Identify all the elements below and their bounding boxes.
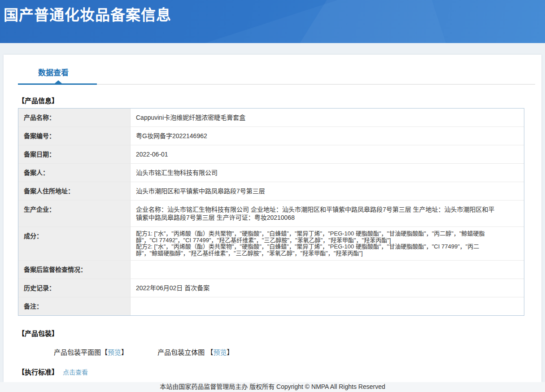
row-label: 备案人： — [18, 164, 131, 182]
page-title: 国产普通化妆品备案信息 — [0, 0, 545, 25]
standard-view-link[interactable]: 点击查看 — [63, 369, 88, 376]
row-value: 汕头市铭汇生物科技有限公司 — [131, 164, 524, 182]
packaging-flat-item: 产品包装平面图【预览】 — [54, 347, 128, 357]
table-row-registration-number: 备案编号： 粤G妆网备字2022146962 — [18, 127, 524, 145]
packaging-3d-label: 产品包装立体图 — [157, 348, 205, 356]
packaging-3d-preview-link[interactable]: 预览 — [213, 348, 227, 356]
bracket-open: 【 — [206, 348, 213, 356]
tab-data-view[interactable]: 数据查看 — [38, 66, 69, 78]
row-label: 备注： — [18, 297, 131, 315]
row-value: Cappuvini卡泡维妮纤翘浓密睫毛膏套盒 — [131, 109, 524, 126]
table-row-manufacturer: 生产企业： 企业名称：汕头市铭汇生物科技有限公司 企业地址：汕头市潮阳区和平镇紫… — [18, 200, 524, 227]
tab-active-indicator-icon — [55, 80, 62, 83]
page: 国产普通化妆品备案信息 数据查看 【产品信息】 产品名称： Cappuvini卡… — [0, 0, 545, 392]
bracket-open: 【 — [101, 348, 108, 356]
page-header: 国产普通化妆品备案信息 — [0, 0, 545, 43]
row-value: 粤G妆网备字2022146962 — [131, 127, 524, 145]
standard-section: 【执行标准】点击查看 — [18, 367, 541, 376]
row-label: 成分： — [18, 227, 131, 260]
table-row-history: 历史记录： 2022年06月02日 首次备案 — [18, 279, 524, 297]
product-info-table: 产品名称： Cappuvini卡泡维妮纤翘浓密睫毛膏套盒 备案编号： 粤G妆网备… — [18, 108, 524, 316]
footer-copyright-text: 本站由国家药品监督管理局主办 版权所有 Copyright © NMPA All… — [160, 383, 385, 390]
table-row-remarks: 备注： — [18, 297, 524, 315]
content-card: 数据查看 【产品信息】 产品名称： Cappuvini卡泡维妮纤翘浓密睫毛膏套盒… — [4, 55, 541, 382]
row-value — [131, 297, 524, 315]
tab-divider — [18, 83, 535, 85]
section-title-packaging: 【产品包装】 — [18, 328, 541, 338]
packaging-flat-preview-link[interactable]: 预览 — [108, 348, 121, 356]
row-value-ingredients: 配方1: ["水"，"丙烯酸（酯）类共聚物"，"硬脂酸"，"白蜂蜡"，"聚异丁烯… — [131, 227, 524, 260]
row-label: 生产企业： — [18, 200, 131, 226]
bracket-close: 】 — [227, 348, 233, 356]
row-label: 备案人住所地址： — [18, 182, 131, 200]
row-label: 备案日期： — [18, 145, 131, 163]
table-row-registrant: 备案人： 汕头市铭汇生物科技有限公司 — [18, 164, 524, 182]
formula-2: 配方2: ["水"，"丙烯酸（酯）类共聚物"，"硬脂酸"，"白蜂蜡"，"聚异丁烯… — [136, 244, 499, 257]
table-row-product-name: 产品名称： Cappuvini卡泡维妮纤翘浓密睫毛膏套盒 — [18, 109, 524, 127]
row-label: 产品名称： — [18, 109, 131, 126]
page-footer: 本站由国家药品监督管理局主办 版权所有 Copyright © NMPA All… — [0, 382, 545, 392]
packaging-3d-item: 产品包装立体图 【预览】 — [157, 347, 233, 357]
table-row-registrant-address: 备案人住所地址： 汕头市潮阳区和平镇紫中路凤皋路段7号第三层 — [18, 182, 524, 200]
table-row-registration-date: 备案日期： 2022-06-01 — [18, 145, 524, 164]
tab-active-underline — [18, 83, 97, 85]
row-value: 汕头市潮阳区和平镇紫中路凤皋路段7号第三层 — [131, 182, 524, 200]
section-title-standard: 【执行标准】 — [18, 368, 58, 376]
row-value: 2022年06月02日 首次备案 — [131, 279, 524, 297]
row-value: 企业名称：汕头市铭汇生物科技有限公司 企业地址：汕头市潮阳区和平镇紫中路凤皋路段… — [131, 200, 524, 226]
row-label: 历史记录： — [18, 279, 131, 297]
bracket-close: 】 — [121, 348, 128, 356]
table-row-post-registration-inspection: 备案后监督检查情况： — [18, 261, 524, 279]
section-title-product-info: 【产品信息】 — [18, 96, 541, 105]
formula-1: 配方1: ["水"，"丙烯酸（酯）类共聚物"，"硬脂酸"，"白蜂蜡"，"聚异丁烯… — [136, 231, 499, 244]
row-value — [131, 261, 524, 279]
packaging-links-row: 产品包装平面图【预览】 产品包装立体图 【预览】 — [54, 347, 541, 357]
row-label: 备案后监督检查情况： — [18, 261, 131, 279]
table-row-ingredients: 成分： 配方1: ["水"，"丙烯酸（酯）类共聚物"，"硬脂酸"，"白蜂蜡"，"… — [18, 227, 524, 261]
packaging-flat-label: 产品包装平面图 — [54, 348, 101, 356]
row-label: 备案编号： — [18, 127, 131, 145]
row-value: 2022-06-01 — [131, 145, 524, 163]
